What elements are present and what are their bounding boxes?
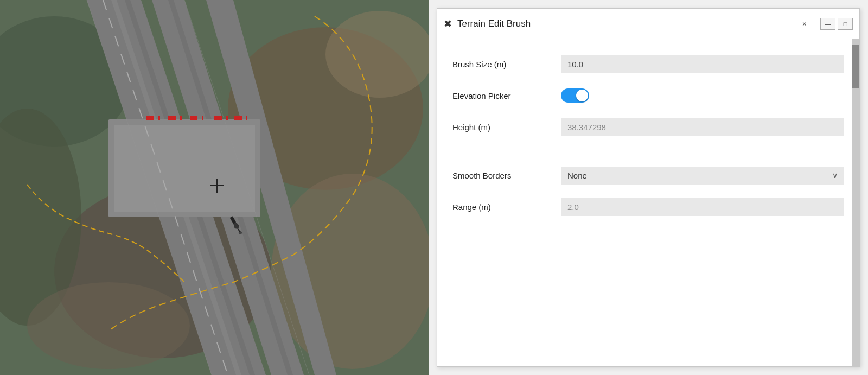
panel-area: ✖ Terrain Edit Brush × — □ Brush Size (m… [429,0,868,375]
brush-size-input[interactable] [561,55,844,73]
window-controls: — □ [820,18,853,30]
map-viewport[interactable] [0,0,429,375]
smooth-borders-value: None [567,171,587,180]
terrain-icon: ✖ [444,18,452,30]
panel-scrollbar[interactable] [852,39,859,366]
height-label: Height (m) [452,123,561,132]
smooth-borders-row: Smooth Borders None ∨ [452,161,844,189]
panel-title: Terrain Edit Brush [457,18,800,29]
brush-size-row: Brush Size (m) [452,50,844,78]
section-divider [452,151,844,151]
elevation-picker-row: Elevation Picker [452,81,844,110]
map-overlay [0,0,429,375]
smooth-borders-label: Smooth Borders [452,171,561,180]
chevron-down-icon: ∨ [832,171,838,180]
terrain-edit-panel: ✖ Terrain Edit Brush × — □ Brush Size (m… [437,8,860,367]
elevation-picker-label: Elevation Picker [452,91,561,100]
close-button[interactable]: × [800,18,809,29]
height-input[interactable] [561,118,844,136]
maximize-button[interactable]: □ [838,18,853,30]
range-input[interactable] [561,198,844,216]
smooth-borders-dropdown[interactable]: None ∨ [561,167,844,185]
range-row: Range (m) [452,193,844,221]
range-label: Range (m) [452,202,561,212]
elevation-picker-toggle[interactable] [561,88,589,103]
height-row: Height (m) [452,113,844,141]
scrollbar-thumb[interactable] [852,45,859,88]
brush-size-label: Brush Size (m) [452,60,561,69]
svg-rect-15 [114,125,255,212]
svg-point-7 [27,282,190,369]
minimize-button[interactable]: — [820,18,835,30]
panel-titlebar: ✖ Terrain Edit Brush × — □ [437,9,859,39]
panel-content: Brush Size (m) Elevation Picker Height (… [437,39,859,366]
